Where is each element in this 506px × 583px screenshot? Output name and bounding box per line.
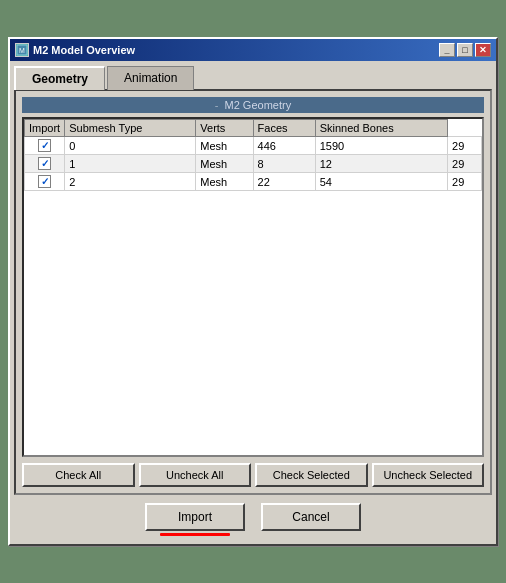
row-faces: 1590 — [315, 137, 447, 155]
uncheck-all-button[interactable]: Uncheck All — [139, 463, 252, 487]
row-id: 1 — [65, 155, 196, 173]
row-type: Mesh — [196, 173, 253, 191]
close-button[interactable]: ✕ — [475, 43, 491, 57]
import-wrap: Import — [145, 503, 245, 536]
title-bar: M M2 Model Overview _ □ ✕ — [10, 39, 496, 61]
row-type: Mesh — [196, 137, 253, 155]
uncheck-selected-button[interactable]: Uncheck Selected — [372, 463, 485, 487]
row-verts: 8 — [253, 155, 315, 173]
col-verts: Verts — [196, 120, 253, 137]
section-header: - M2 Geometry — [22, 97, 484, 113]
row-verts: 446 — [253, 137, 315, 155]
row-bones: 29 — [448, 137, 482, 155]
title-bar-left: M M2 Model Overview — [15, 43, 135, 57]
import-button[interactable]: Import — [145, 503, 245, 531]
checkbox-cell — [25, 137, 65, 155]
row-checkbox-0[interactable] — [38, 139, 51, 152]
section-dash: - — [215, 99, 219, 111]
main-window: M M2 Model Overview _ □ ✕ Geometry Anima… — [8, 37, 498, 546]
row-id: 0 — [65, 137, 196, 155]
tab-panel: - M2 Geometry Import Submesh Type Verts … — [14, 89, 492, 495]
row-faces: 54 — [315, 173, 447, 191]
table-row: 0Mesh446159029 — [25, 137, 482, 155]
window-title: M2 Model Overview — [33, 44, 135, 56]
tab-animation[interactable]: Animation — [107, 66, 194, 90]
tab-geometry[interactable]: Geometry — [14, 66, 105, 90]
col-faces: Faces — [253, 120, 315, 137]
row-id: 2 — [65, 173, 196, 191]
table-row: 2Mesh225429 — [25, 173, 482, 191]
col-skinned-bones: Skinned Bones — [315, 120, 447, 137]
table-header-row: Import Submesh Type Verts Faces Skinned … — [25, 120, 482, 137]
svg-text:M: M — [19, 47, 25, 54]
row-verts: 22 — [253, 173, 315, 191]
row-faces: 12 — [315, 155, 447, 173]
row-checkbox-1[interactable] — [38, 157, 51, 170]
row-bones: 29 — [448, 173, 482, 191]
row-bones: 29 — [448, 155, 482, 173]
col-import: Import — [25, 120, 65, 137]
cancel-wrap: Cancel — [261, 503, 361, 536]
tab-bar: Geometry Animation — [14, 65, 492, 89]
check-all-button[interactable]: Check All — [22, 463, 135, 487]
checkbox-cell — [25, 155, 65, 173]
geometry-table-container: Import Submesh Type Verts Faces Skinned … — [22, 117, 484, 457]
window-body: Geometry Animation - M2 Geometry Import … — [10, 61, 496, 544]
section-title: M2 Geometry — [225, 99, 292, 111]
minimize-button[interactable]: _ — [439, 43, 455, 57]
cancel-button[interactable]: Cancel — [261, 503, 361, 531]
footer-buttons: Import Cancel — [14, 495, 492, 540]
table-row: 1Mesh81229 — [25, 155, 482, 173]
col-submesh-type: Submesh Type — [65, 120, 196, 137]
window-icon: M — [15, 43, 29, 57]
import-underline — [160, 533, 230, 536]
maximize-button[interactable]: □ — [457, 43, 473, 57]
row-type: Mesh — [196, 155, 253, 173]
bottom-buttons: Check All Uncheck All Check Selected Unc… — [22, 463, 484, 487]
title-buttons: _ □ ✕ — [439, 43, 491, 57]
checkbox-cell — [25, 173, 65, 191]
row-checkbox-2[interactable] — [38, 175, 51, 188]
check-selected-button[interactable]: Check Selected — [255, 463, 368, 487]
geometry-table: Import Submesh Type Verts Faces Skinned … — [24, 119, 482, 191]
